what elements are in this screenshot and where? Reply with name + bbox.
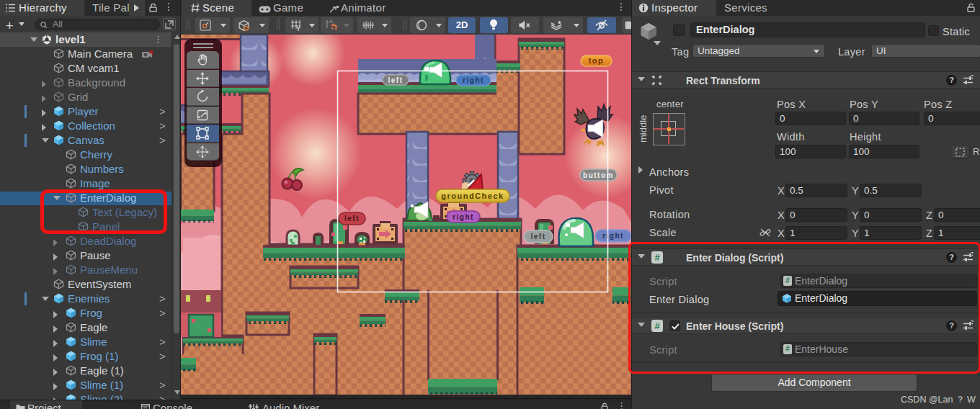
svg-text:left: left	[388, 76, 404, 84]
svg-text:right: right	[453, 213, 474, 221]
svg-text:top: top	[589, 56, 605, 65]
svg-text:buttom: buttom	[583, 171, 614, 179]
svg-text:groundCheck: groundCheck	[441, 192, 504, 200]
svg-text:left: left	[531, 233, 546, 241]
svg-text:right: right	[463, 76, 484, 84]
svg-text:left: left	[344, 215, 360, 223]
svg-text:right: right	[602, 232, 624, 240]
svg-text:Y: Y	[296, 25, 300, 32]
